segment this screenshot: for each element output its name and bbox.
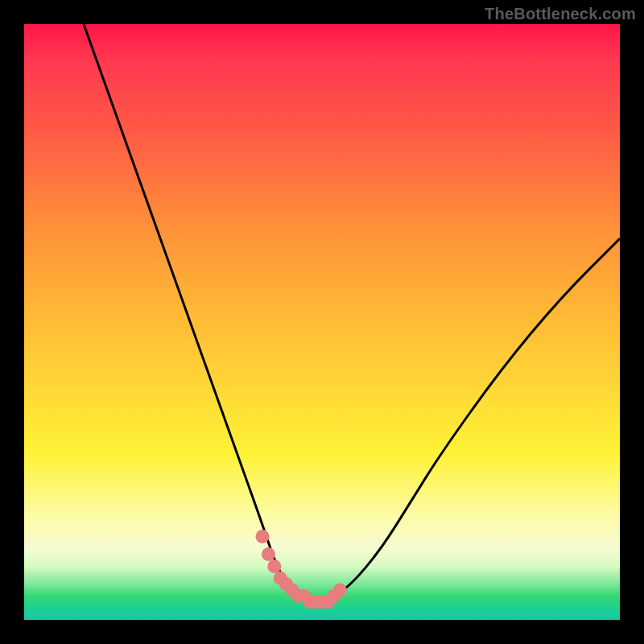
curve-layer	[84, 24, 620, 602]
highlight-dot	[256, 530, 270, 543]
highlight-dot	[267, 559, 281, 573]
watermark-text: TheBottleneck.com	[485, 5, 636, 23]
highlight-dot	[262, 547, 275, 561]
bottleneck-curve	[84, 24, 620, 602]
highlight-dot	[333, 584, 347, 597]
plot-area	[24, 24, 620, 620]
chart-frame: TheBottleneck.com	[0, 0, 644, 644]
chart-svg	[24, 24, 620, 620]
